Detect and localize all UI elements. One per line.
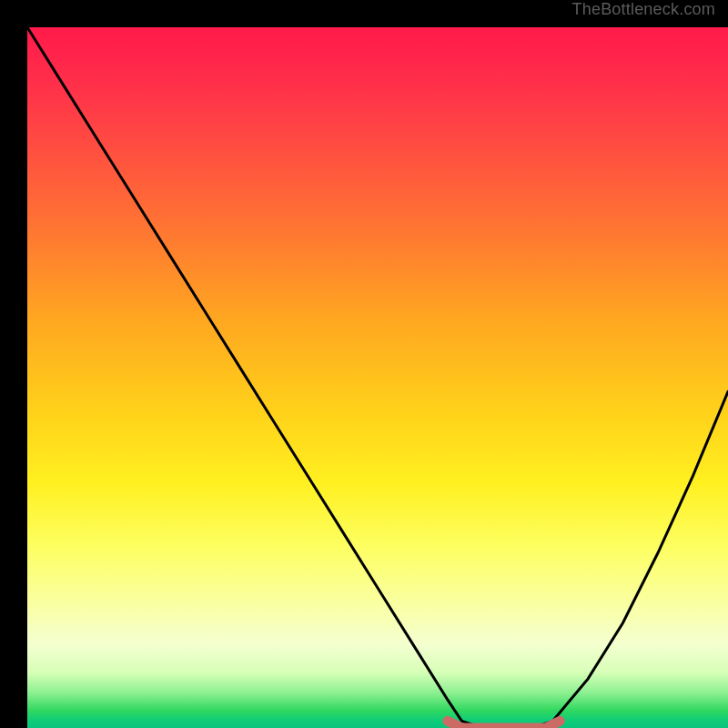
bottleneck-curve <box>27 27 728 728</box>
curve-layer <box>27 27 728 728</box>
chart-frame <box>14 14 714 714</box>
watermark-text: TheBottleneck.com <box>572 0 715 19</box>
plot-area <box>27 27 728 728</box>
